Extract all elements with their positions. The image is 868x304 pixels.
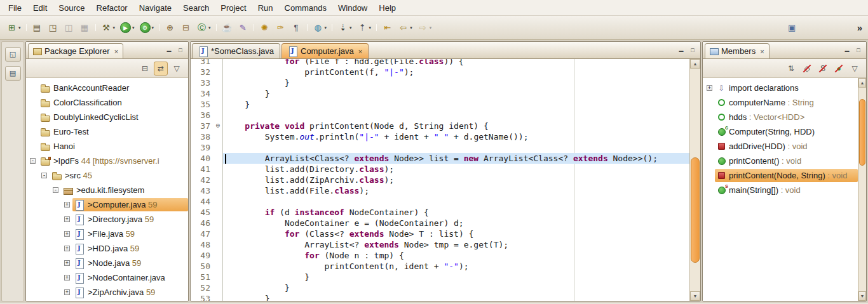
code-line-40[interactable]: 40 ArrayList<Class<? extends Node>> list…	[191, 153, 689, 164]
tree-item-hdd-java[interactable]: +> HDD.java 59	[26, 241, 188, 256]
open-element-button[interactable]: ◳	[45, 20, 61, 35]
print-button[interactable]: ▦	[77, 20, 93, 35]
code-area[interactable]: 31 for (File f : hdd.get(File.class)) {3…	[191, 59, 689, 301]
close-view-icon[interactable]: ×	[760, 48, 764, 55]
fast-view-button[interactable]: ▤	[5, 66, 21, 81]
toolbar-overflow-chevron[interactable]: »	[857, 22, 864, 33]
members-scrollbar[interactable]: ▲ ▼	[858, 78, 866, 301]
code-line-33[interactable]: 33 }	[191, 77, 689, 88]
hide-fields-button[interactable]: ◇	[800, 62, 814, 76]
dropdown-arrow-icon[interactable]: ▾	[325, 25, 327, 30]
hide-non-public-button[interactable]: ●	[832, 62, 846, 76]
tree-item-directory-java[interactable]: +> Directory.java 59	[26, 212, 188, 227]
menu-help[interactable]: Help	[373, 0, 402, 15]
menu-refactor[interactable]: Refactor	[91, 0, 133, 15]
export-jar-button[interactable]: ☕	[219, 20, 235, 35]
expand-icon[interactable]: +	[64, 275, 70, 281]
tree-item-node-java[interactable]: +> Node.java 59	[26, 256, 188, 270]
member-printcontent-node-string[interactable]: printContent(Node, String) : void	[703, 168, 858, 183]
member-printcontent[interactable]: printContent() : void	[703, 154, 858, 168]
show-whitespace-button[interactable]: ¶	[288, 20, 304, 35]
minimize-view-button[interactable]: ▬	[163, 45, 175, 55]
scrollbar-thumb[interactable]	[859, 99, 865, 166]
collapse-all-button[interactable]: ⊟	[138, 62, 152, 76]
tree-item-hanoi[interactable]: Hanoi	[26, 139, 188, 154]
forward-button[interactable]: ⇨▾	[415, 20, 435, 35]
new-button[interactable]: ⊞▾	[4, 20, 24, 35]
expand-icon[interactable]: +	[707, 85, 712, 91]
mark-occurrences-button[interactable]: ✑	[273, 20, 288, 35]
tree-item-ziparchiv-java[interactable]: +> ZipArchiv.java 59	[26, 285, 188, 300]
debug-button[interactable]: ⚒▾	[98, 20, 118, 35]
close-tab-icon[interactable]: ×	[358, 48, 362, 55]
tree-item-colorclassification[interactable]: ColorClassification	[26, 95, 188, 110]
scroll-down-icon[interactable]: ▼	[858, 291, 866, 301]
editor-scrollbar[interactable]: ▲ ▼	[689, 59, 700, 301]
menu-project[interactable]: Project	[215, 0, 252, 15]
menu-edit[interactable]: Edit	[27, 0, 53, 15]
tree-item-ipdfs[interactable]: -> IpdFs 44 [https://svnserver.i	[26, 154, 188, 168]
members-tab[interactable]: Members ×	[705, 43, 770, 58]
new-java-package-button[interactable]: ⊟	[178, 20, 194, 35]
menu-source[interactable]: Source	[53, 0, 90, 15]
minimize-editor-button[interactable]: ▬	[675, 45, 687, 55]
code-line-49[interactable]: 49 for (Node n : tmp) {	[191, 250, 689, 261]
scroll-up-icon[interactable]: ▲	[690, 59, 700, 69]
code-line-41[interactable]: 41 list.add(Directory.class);	[191, 164, 689, 175]
member-computername[interactable]: computerName : String	[703, 95, 858, 110]
tree-item-file-java[interactable]: +> File.java 59	[26, 227, 188, 241]
code-line-35[interactable]: 35 }	[191, 99, 689, 110]
open-web-browser-button[interactable]: ◍▾	[310, 20, 330, 35]
save-button[interactable]: ◫	[61, 20, 77, 35]
java-perspective-button[interactable]: ▣	[784, 20, 800, 35]
view-menu-button[interactable]: ▽	[848, 62, 862, 76]
member-adddrive-hdd[interactable]: addDrive(HDD) : void	[703, 139, 858, 154]
restore-view-button[interactable]: ◱	[5, 47, 21, 62]
tree-item-computer-java[interactable]: +> Computer.java 59	[26, 197, 188, 212]
expand-icon[interactable]: +	[64, 260, 70, 266]
package-explorer-tab[interactable]: Package Explorer ×	[28, 43, 123, 58]
search-button[interactable]: ✺	[257, 20, 273, 35]
expand-icon[interactable]: +	[64, 289, 70, 295]
member-computer-string-hdd[interactable]: cComputer(String, HDD)	[703, 124, 858, 139]
previous-annotation-button[interactable]: ⇡▾	[355, 20, 374, 35]
fold-collapse-icon[interactable]: ⊖	[214, 121, 223, 131]
collapse-icon[interactable]: -	[41, 173, 47, 178]
expand-icon[interactable]: +	[64, 216, 70, 222]
expand-icon[interactable]: +	[64, 231, 70, 237]
code-line-44[interactable]: 44	[191, 196, 689, 207]
dropdown-arrow-icon[interactable]: ▾	[152, 25, 154, 30]
tree-item-euro-test[interactable]: Euro-Test	[26, 124, 188, 139]
collapse-icon[interactable]: -	[30, 158, 36, 164]
dropdown-arrow-icon[interactable]: ▾	[113, 25, 116, 30]
menu-navigate[interactable]: Navigate	[133, 0, 177, 15]
member-hdds[interactable]: hdds : Vector<HDD>	[703, 110, 858, 124]
scrollbar-thumb[interactable]	[691, 157, 700, 263]
sort-button[interactable]: ⇅	[784, 62, 798, 76]
link-with-editor-button[interactable]: ⇄	[154, 62, 168, 76]
code-line-32[interactable]: 32 printContent(f, "|-");	[191, 67, 689, 77]
editor-tab-someclass-java[interactable]: *SomeClass.java	[192, 43, 280, 58]
code-line-45[interactable]: 45 if (d instanceof NodeContainer) {	[191, 207, 689, 218]
code-line-38[interactable]: 38 System.out.println("|-" + ident + " "…	[191, 131, 689, 142]
code-line-46[interactable]: 46 NodeContainer e = (NodeContainer) d;	[191, 218, 689, 228]
dropdown-arrow-icon[interactable]: ▾	[410, 25, 412, 30]
last-edit-location-button[interactable]: ⇤	[379, 20, 395, 35]
scroll-up-icon[interactable]: ▲	[858, 78, 866, 88]
code-line-34[interactable]: 34 }	[191, 88, 689, 99]
run-button[interactable]: ▶▾	[118, 20, 137, 35]
view-menu-button[interactable]: ▽	[170, 62, 184, 76]
scrollbar-track[interactable]	[858, 88, 866, 291]
code-line-53[interactable]: 53 }	[191, 293, 689, 301]
hide-static-button[interactable]: S	[816, 62, 830, 76]
code-line-52[interactable]: 52 }	[191, 282, 689, 293]
javadoc-button[interactable]: ✎	[235, 20, 251, 35]
new-java-class-button[interactable]: Ⓒ▾	[194, 20, 214, 35]
code-line-47[interactable]: 47 for (Class<? extends Node> T : list) …	[191, 228, 689, 239]
code-line-50[interactable]: 50 printContent(n, ident + "-");	[191, 261, 689, 272]
dropdown-arrow-icon[interactable]: ▾	[18, 25, 21, 30]
close-view-icon[interactable]: ×	[114, 48, 118, 55]
code-line-43[interactable]: 43 list.add(File.class);	[191, 185, 689, 196]
code-line-37[interactable]: 37⊖ private void printContent(Node d, St…	[191, 121, 689, 131]
maximize-view-button[interactable]: □	[853, 45, 864, 55]
